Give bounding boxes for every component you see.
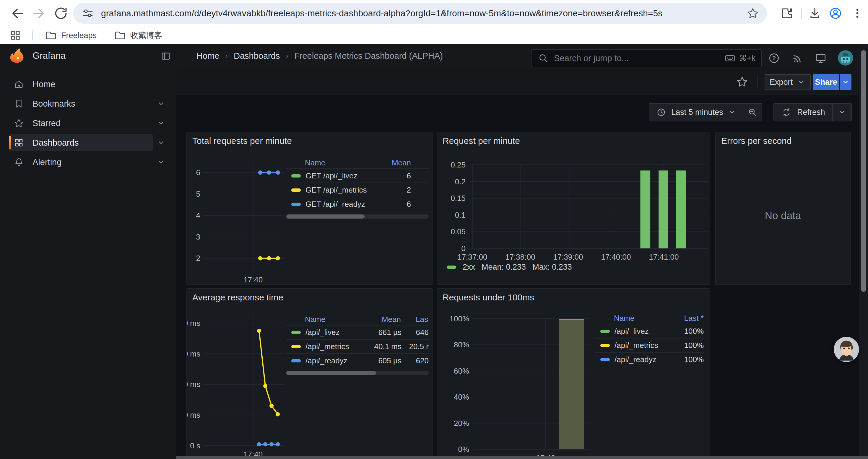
- svg-text:17:41:00: 17:41:00: [649, 253, 679, 261]
- expand-chevron-icon[interactable]: [153, 119, 169, 128]
- browser-profile-icon[interactable]: [829, 6, 843, 21]
- svg-text:40%: 40%: [454, 393, 469, 401]
- panel-title[interactable]: Total requests per minute: [192, 136, 292, 146]
- no-data-message: No data: [716, 210, 850, 222]
- panel-total-requests: Total requests per minute 6543217:40 Nam…: [186, 132, 433, 285]
- panel-requests-under-100ms: Requests under 100ms 100%80%60%40%20%0%1…: [437, 288, 710, 459]
- svg-text:0.2: 0.2: [455, 177, 466, 186]
- legend-header-name[interactable]: Name: [614, 314, 668, 323]
- expand-chevron-icon[interactable]: [153, 99, 169, 108]
- legend-scrollbar[interactable]: [286, 371, 429, 375]
- panel-title[interactable]: Average response time: [192, 292, 283, 302]
- legend-row[interactable]: /api/_metrics40.1 ms20.5 r: [286, 339, 429, 353]
- series-color-pill: [291, 331, 301, 334]
- legend-header-name[interactable]: Name: [305, 315, 358, 324]
- refresh-label: Refresh: [797, 108, 825, 117]
- search-box[interactable]: ⌘+k: [531, 49, 762, 67]
- star-icon: [13, 118, 24, 129]
- legend-row[interactable]: /api/_readyz605 µs620: [286, 353, 429, 367]
- bookmark-folder-freeleaps[interactable]: Freeleaps: [44, 30, 97, 41]
- sidebar-item-bookmarks[interactable]: Bookmarks: [9, 95, 153, 112]
- monitor-icon[interactable]: [814, 52, 827, 65]
- legend-header-last[interactable]: Las: [401, 315, 428, 324]
- series-color-pill: [447, 266, 456, 269]
- legend-header-mean[interactable]: Mean: [358, 315, 401, 324]
- legend-row[interactable]: GET /api/_metrics2: [286, 183, 429, 197]
- legend-table: NameMeanLas /api/_livez661 µs646 /api/_m…: [286, 314, 429, 375]
- breadcrumb-dashboards[interactable]: Dashboards: [234, 51, 280, 61]
- sidebar-item-dashboards[interactable]: Dashboards: [9, 134, 153, 151]
- favorite-star-icon[interactable]: [736, 75, 749, 88]
- svg-text:60%: 60%: [454, 366, 469, 375]
- bookmarks-bar: Freeleaps 收藏博客: [0, 27, 868, 44]
- svg-text:2: 2: [196, 254, 200, 263]
- browser-reload-button[interactable]: [53, 5, 69, 22]
- sidebar-item-starred[interactable]: Starred: [9, 114, 153, 132]
- expand-chevron-icon[interactable]: [153, 158, 169, 167]
- grafana-logo[interactable]: [9, 48, 25, 64]
- legend-row[interactable]: /api/_metrics100%: [595, 338, 704, 352]
- extensions-icon[interactable]: [780, 6, 794, 21]
- page-scrollbar-thumb[interactable]: [861, 50, 866, 292]
- legend-row[interactable]: /api/_readyz100%: [595, 352, 704, 366]
- time-range-label: Last 5 minutes: [671, 108, 723, 117]
- url-text[interactable]: grafana.mathmast.com/d/deytv4rwavabkb/fr…: [101, 8, 746, 18]
- apps-grid-icon[interactable]: [9, 29, 22, 42]
- sidebar-item-label: Alerting: [32, 157, 61, 167]
- downloads-icon[interactable]: [808, 6, 822, 21]
- legend-row[interactable]: /api/_livez661 µs646: [286, 325, 429, 339]
- browser-toolbar: grafana.mathmast.com/d/deytv4rwavabkb/fr…: [0, 0, 868, 27]
- bottom-scrollbar[interactable]: [176, 456, 868, 459]
- svg-text:0.05: 0.05: [451, 227, 466, 236]
- help-icon[interactable]: ?: [768, 52, 780, 65]
- panel-title[interactable]: Errors per second: [721, 136, 792, 146]
- user-avatar[interactable]: [838, 50, 853, 66]
- expand-chevron-icon[interactable]: [153, 138, 169, 147]
- assistant-avatar-overlay[interactable]: [834, 337, 859, 362]
- zoom-out-button[interactable]: [743, 104, 762, 121]
- svg-text:20%: 20%: [454, 419, 469, 428]
- legend-table: NameLast * /api/_livez100% /api/_metrics…: [595, 313, 704, 366]
- news-rss-icon[interactable]: [791, 52, 804, 65]
- sidebar-item-home[interactable]: Home: [9, 76, 153, 93]
- folder-icon: [114, 30, 126, 41]
- bookmark-star-icon[interactable]: [746, 7, 759, 20]
- svg-text:20 ms: 20 ms: [187, 411, 200, 419]
- legend-row[interactable]: GET /api/_readyz6: [286, 197, 429, 211]
- grafana-brand[interactable]: Grafana: [32, 51, 66, 61]
- time-range-picker[interactable]: Last 5 minutes: [649, 104, 743, 121]
- url-bar[interactable]: grafana.mathmast.com/d/deytv4rwavabkb/fr…: [73, 3, 767, 24]
- legend[interactable]: 2xx Mean: 0.233 Max: 0.233: [447, 261, 572, 273]
- share-dropdown-button[interactable]: [839, 74, 851, 90]
- clock-icon: [656, 107, 666, 118]
- svg-text:0%: 0%: [458, 445, 469, 454]
- dashboards-grid-icon: [13, 137, 24, 148]
- sidebar-item-alerting[interactable]: Alerting: [9, 154, 153, 171]
- browser-forward-button[interactable]: [31, 5, 47, 22]
- breadcrumb-separator: ›: [225, 52, 228, 61]
- panel-title[interactable]: Request per minute: [442, 136, 520, 146]
- refresh-interval-dropdown[interactable]: [832, 104, 851, 121]
- series-color-pill: [600, 358, 610, 361]
- breadcrumb: Home › Dashboards › Freeleaps Metrics Da…: [196, 44, 443, 67]
- legend-row[interactable]: /api/_livez100%: [595, 324, 704, 338]
- refresh-button[interactable]: Refresh: [774, 104, 832, 121]
- search-input[interactable]: [553, 53, 724, 64]
- legend-scrollbar[interactable]: [286, 215, 429, 219]
- browser-back-button[interactable]: [9, 5, 25, 22]
- legend-header-name[interactable]: Name: [305, 158, 375, 167]
- share-button[interactable]: Share: [813, 74, 839, 90]
- site-settings-icon[interactable]: [82, 7, 94, 20]
- browser-menu-icon[interactable]: [850, 6, 864, 21]
- export-button[interactable]: Export: [765, 74, 811, 90]
- bookmark-label: Freeleaps: [61, 31, 97, 40]
- series-color-pill: [600, 330, 610, 333]
- panel-title[interactable]: Requests under 100ms: [442, 292, 534, 302]
- breadcrumb-home[interactable]: Home: [196, 51, 219, 61]
- legend-row[interactable]: GET /api/_livez6: [286, 168, 429, 183]
- bookmark-folder-blogs[interactable]: 收藏博客: [114, 30, 162, 41]
- dock-menu-icon[interactable]: [160, 51, 171, 61]
- legend-header-mean[interactable]: Mean: [375, 158, 429, 167]
- bell-icon: [13, 157, 24, 167]
- legend-header-last[interactable]: Last *: [668, 314, 704, 323]
